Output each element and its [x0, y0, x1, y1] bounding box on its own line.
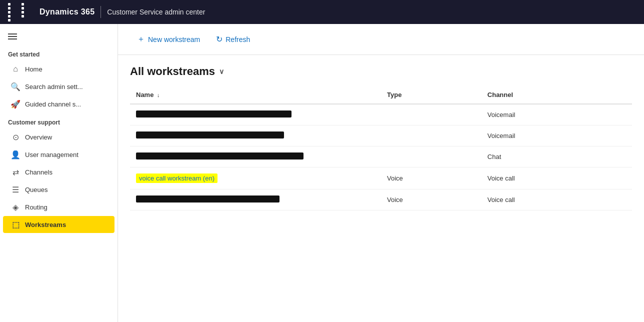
refresh-label: Refresh [226, 36, 250, 44]
row-type-cell [381, 146, 482, 168]
sidebar-item-workstreams[interactable]: ⬚ Workstreams [3, 216, 114, 233]
table-row: Chat [130, 146, 632, 168]
refresh-button[interactable]: ↻ Refresh [209, 32, 257, 47]
sidebar-item-overview[interactable]: ⊙ Overview [3, 128, 114, 146]
row-channel-cell: Voice call [482, 168, 632, 190]
redacted-bar [136, 196, 280, 202]
row-type-cell: Voice [381, 168, 482, 190]
row-name-cell: voice call workstream (en) [130, 168, 381, 190]
plus-icon: ＋ [137, 34, 145, 44]
sidebar-item-queues[interactable]: ☰ Queues [3, 181, 114, 198]
main-layout: Get started ⌂ Home 🔍 Search admin sett..… [0, 24, 644, 322]
sidebar-item-channels[interactable]: ⇄ Channels [3, 164, 114, 180]
table-row: Voicemail [130, 104, 632, 126]
workstreams-icon: ⬚ [11, 220, 20, 229]
sort-icon[interactable]: ↓ [157, 92, 160, 98]
row-name-cell [130, 126, 381, 146]
sidebar-item-home[interactable]: ⌂ Home [3, 60, 114, 78]
overview-icon: ⊙ [11, 132, 20, 142]
sidebar-item-routing[interactable]: ◈ Routing [3, 198, 114, 216]
top-bar: Dynamics 365 Customer Service admin cent… [0, 0, 644, 24]
sidebar-item-routing-label: Routing [25, 204, 48, 211]
app-logo: Dynamics 365 [40, 8, 94, 16]
sidebar-item-guided-label: Guided channel s... [25, 100, 81, 108]
rocket-icon: 🚀 [11, 100, 20, 108]
content-area: ＋ New workstream ↻ Refresh All workstrea… [118, 24, 644, 322]
channels-icon: ⇄ [11, 168, 20, 176]
row-type-cell: Voice [381, 190, 482, 210]
home-icon: ⌂ [11, 64, 20, 74]
routing-icon: ◈ [11, 202, 20, 212]
refresh-icon: ↻ [216, 34, 222, 44]
row-channel-cell: Voicemail [482, 104, 632, 126]
redacted-bar [136, 132, 284, 138]
page-header: All workstreams ∨ [118, 55, 644, 82]
chevron-down-icon[interactable]: ∨ [219, 68, 224, 76]
sidebar-item-user-management[interactable]: 👤 User management [3, 146, 114, 163]
table-row-highlighted: voice call workstream (en) Voice Voice c… [130, 168, 632, 190]
hamburger-menu[interactable] [0, 24, 118, 45]
top-bar-divider [100, 6, 101, 18]
row-name-cell [130, 146, 381, 168]
new-workstream-label: New workstream [148, 36, 200, 44]
toolbar: ＋ New workstream ↻ Refresh [118, 24, 644, 55]
user-icon: 👤 [11, 150, 20, 159]
app-subtitle: Customer Service admin center [107, 8, 205, 16]
redacted-bar [136, 110, 292, 118]
page-title-text: All workstreams [130, 65, 215, 78]
row-name-cell [130, 190, 381, 210]
workstreams-table: Name ↓ Type Channel [130, 86, 632, 210]
row-type-cell [381, 104, 482, 126]
table-row: Voice Voice call [130, 190, 632, 210]
page-title: All workstreams ∨ [130, 65, 632, 78]
section-customer-support: Customer support [0, 113, 118, 128]
row-channel-cell: Voice call [482, 190, 632, 210]
row-type-cell [381, 126, 482, 146]
new-workstream-button[interactable]: ＋ New workstream [130, 31, 207, 48]
sidebar-item-channels-label: Channels [25, 168, 52, 176]
workstreams-table-container: Name ↓ Type Channel [118, 82, 644, 322]
sidebar-item-queues-label: Queues [25, 186, 48, 194]
highlighted-workstream-name[interactable]: voice call workstream (en) [136, 174, 218, 183]
sidebar-item-search-label: Search admin sett... [25, 83, 83, 90]
row-channel-cell: Chat [482, 146, 632, 168]
sidebar-item-workstreams-label: Workstreams [25, 221, 66, 228]
sidebar-item-search-admin[interactable]: 🔍 Search admin sett... [3, 78, 114, 95]
sidebar-item-home-label: Home [25, 66, 42, 73]
row-name-cell [130, 104, 381, 126]
section-get-started: Get started [0, 45, 118, 60]
search-icon: 🔍 [11, 82, 20, 91]
sidebar: Get started ⌂ Home 🔍 Search admin sett..… [0, 24, 118, 322]
redacted-bar [136, 152, 304, 160]
col-header-name: Name ↓ [130, 86, 381, 104]
sidebar-item-overview-label: Overview [25, 134, 52, 141]
sidebar-item-user-label: User management [25, 151, 78, 158]
app-grid-icon[interactable] [8, 3, 34, 22]
sidebar-item-guided-channel[interactable]: 🚀 Guided channel s... [3, 96, 114, 112]
col-header-type: Type [381, 86, 482, 104]
row-channel-cell: Voicemail [482, 126, 632, 146]
queues-icon: ☰ [11, 185, 20, 194]
table-row: Voicemail [130, 126, 632, 146]
col-header-channel: Channel [482, 86, 632, 104]
